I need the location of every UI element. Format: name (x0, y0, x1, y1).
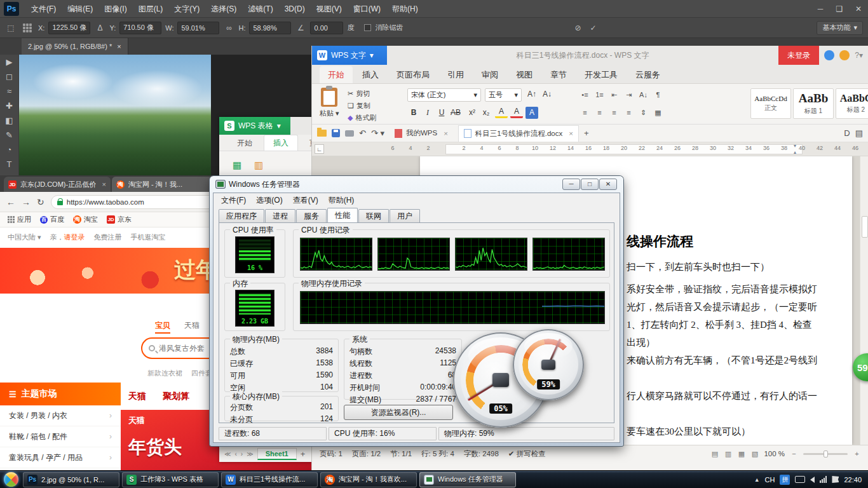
view-mode-icon[interactable]: ▥ (724, 450, 732, 458)
tab-services[interactable]: 服务 (296, 209, 327, 222)
close-tab-icon[interactable]: × (569, 130, 573, 137)
type-tool-icon[interactable]: T (7, 159, 12, 170)
justify-icon[interactable]: ≡ (623, 107, 635, 118)
tab-performance[interactable]: 性能 (327, 208, 358, 223)
taskbar-clock[interactable]: 22:40 (844, 476, 862, 484)
indent-icon[interactable]: ⇥ (623, 89, 635, 100)
show-marks-icon[interactable]: ¶ (652, 89, 664, 100)
ps-menu-filter[interactable]: 滤镜(T) (242, 0, 278, 18)
writer-tab-references[interactable]: 引用 (439, 66, 472, 83)
outdent-icon[interactable]: ⇤ (608, 89, 620, 100)
vertical-scrollbar[interactable] (860, 156, 868, 445)
tab-users[interactable]: 用户 (390, 209, 420, 222)
next-sheet-icon[interactable]: › (241, 451, 243, 458)
taskbar-button-browser[interactable]: 淘 淘宝网 - 淘！我喜欢... (320, 472, 417, 487)
hot-link[interactable]: 新款连衣裙 (147, 369, 182, 378)
writer-tab-section[interactable]: 章节 (542, 66, 575, 83)
action-center-flag-icon[interactable] (832, 476, 839, 483)
zoom-in-icon[interactable]: + (853, 450, 861, 458)
show-hidden-icons[interactable]: ▲ (754, 477, 760, 483)
new-tab-icon[interactable]: + (584, 128, 589, 138)
cancel-transform-icon[interactable]: ⊘ (572, 24, 583, 32)
prev-sheet-icon[interactable]: ‹ (234, 451, 236, 458)
style-heading1[interactable]: AaBb 标题 1 (793, 88, 834, 119)
redo-icon[interactable]: ↷ ▾ (371, 128, 384, 138)
highlight-color-button[interactable]: A (495, 107, 508, 118)
writer-ruler[interactable]: ∟ 64224681012141618202224262830323436384… (312, 142, 868, 156)
close-tab-icon[interactable]: × (117, 43, 121, 50)
reference-point-icon[interactable] (23, 24, 32, 32)
workspace-switcher[interactable]: 基本功能▾ (817, 21, 863, 35)
writer-tab-review[interactable]: 审阅 (473, 66, 506, 83)
numbering-icon[interactable]: 1≡ (593, 89, 606, 100)
marquee-tool-icon[interactable]: ◻ (6, 72, 13, 82)
healing-tool-icon[interactable]: ◔ (7, 145, 12, 155)
ps-menu-image[interactable]: 图像(I) (98, 0, 132, 18)
bullets-icon[interactable]: •≡ (579, 89, 591, 100)
sidebar-icon[interactable]: D (844, 128, 850, 138)
doc-tab-current[interactable]: 科目三1号线操作流程.docx × (458, 125, 579, 142)
taskbar-button-photoshop[interactable]: Ps 2.jpg @ 50% (1, R... (23, 472, 119, 487)
taskbar-button-wps-sheet[interactable]: S 工作簿3 - WPS 表格 (122, 472, 219, 487)
ps-menu-type[interactable]: 文字(Y) (168, 0, 205, 18)
view-mode-icon[interactable]: ▦ (737, 450, 745, 458)
browser-tab-jd[interactable]: JD 京东(JD.COM)-正品低价 × (4, 177, 111, 192)
move-tool-icon[interactable]: ▶ (6, 57, 13, 67)
right-indent-marker[interactable]: ▾ (794, 143, 796, 149)
align-right-icon[interactable]: ≡ (608, 107, 620, 118)
zoom-slider-thumb[interactable] (824, 451, 828, 458)
style-heading2[interactable]: AaBbC 标题 2 (836, 88, 868, 119)
format-painter-button[interactable]: ◆格式刷 (348, 113, 376, 123)
writer-tab-view[interactable]: 视图 (508, 66, 541, 83)
ps-menu-edit[interactable]: 编辑(E) (62, 0, 98, 18)
close-button[interactable]: ✕ (599, 179, 617, 190)
start-button[interactable] (0, 471, 22, 488)
style-normal[interactable]: AaBbCcDd 正文 (750, 88, 791, 119)
antialias-checkbox[interactable] (364, 24, 371, 31)
language-indicator[interactable]: CH (765, 476, 775, 484)
upgrade-star-icon[interactable] (839, 50, 850, 60)
ps-minimize-icon[interactable]: ─ (811, 0, 830, 18)
layout-icon[interactable]: ▤ (855, 128, 863, 138)
crop-tool-icon[interactable]: ◧ (5, 116, 13, 126)
zoom-slider[interactable] (803, 453, 848, 455)
save-icon[interactable] (332, 129, 340, 137)
menu-view[interactable]: 查看(V) (288, 195, 323, 206)
ps-menu-file[interactable]: 文件(F) (25, 0, 62, 18)
last-sheet-icon[interactable]: ≫ (247, 451, 253, 458)
ps-restore-icon[interactable]: ❑ (830, 0, 849, 18)
reload-icon[interactable]: ↻ (37, 197, 44, 207)
print-icon[interactable] (345, 130, 354, 137)
subscript-button[interactable]: x₂ (480, 107, 492, 119)
ps-menu-help[interactable]: 帮助(H) (386, 0, 424, 18)
lasso-tool-icon[interactable]: ≈ (7, 86, 11, 97)
open-icon[interactable] (317, 130, 327, 137)
browser-tab-taobao[interactable]: 淘 淘宝网 - 淘！我... × (112, 177, 219, 192)
zoom-level[interactable]: 100 % (764, 450, 785, 458)
bookmark-baidu[interactable]: 百百度 (40, 215, 64, 224)
font-color-button[interactable]: A (510, 107, 523, 118)
menu-help[interactable]: 帮助(H) (323, 195, 360, 206)
ps-menu-3d[interactable]: 3D(D) (279, 0, 311, 18)
tab-processes[interactable]: 进程 (265, 209, 295, 222)
sync-icon[interactable] (824, 50, 834, 60)
insert-table-icon[interactable]: ▦ (229, 158, 245, 173)
tab-tmall[interactable]: 天猫 (128, 391, 146, 402)
menu-options[interactable]: 选项(O) (251, 195, 287, 206)
login-button[interactable]: 未登录 (778, 46, 819, 65)
strikethrough-button[interactable]: AB (449, 107, 462, 119)
char-shading-button[interactable]: A (526, 107, 538, 119)
network-icon[interactable] (820, 476, 827, 483)
ps-menu-layer[interactable]: 图层(L) (133, 0, 169, 18)
register-link[interactable]: 免费注册 (94, 233, 122, 242)
italic-button[interactable]: I (421, 107, 434, 119)
sort-icon[interactable]: A↓ (637, 89, 649, 100)
tab-juhuasuan[interactable]: 聚划算 (163, 391, 189, 402)
taskbar-button-wps-writer[interactable]: W 科目三1号线操作流... (221, 472, 318, 487)
angle-input[interactable]: 0.00 (310, 22, 343, 34)
search-tab-items[interactable]: 宝贝 (155, 320, 170, 334)
volume-icon[interactable] (810, 477, 815, 483)
close-tab-icon[interactable]: × (444, 130, 448, 137)
category-item[interactable]: 童装玩具 / 孕产 / 用品› (0, 447, 121, 468)
category-item[interactable]: 鞋靴 / 箱包 / 配件› (0, 426, 121, 447)
